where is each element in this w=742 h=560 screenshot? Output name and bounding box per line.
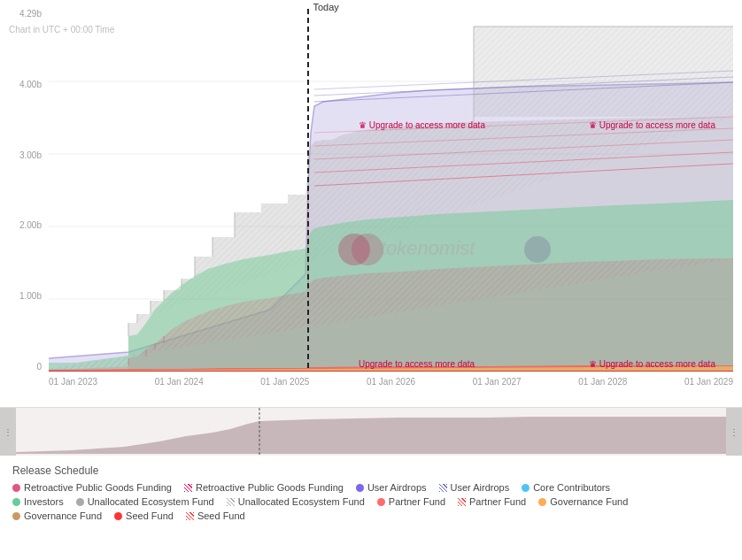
left-handle-icon: ⋮ [4,427,12,437]
legend-item-core-contributors: Core Contributors [522,482,610,493]
navigator-left-handle[interactable]: ⋮ [0,408,16,456]
ecosystem-hatched-label: Unallocated Ecosystem Fund [238,496,365,507]
legend-item-governance-fund-2: Governance Fund [12,510,102,521]
ecosystem-step-hatch [474,27,733,117]
upgrade-icon-left: ♛ Upgrade to access more data [359,120,485,130]
partner-fund-hatched-label: Partner Fund [469,496,526,507]
legend-row-1: Retroactive Public Goods Funding Retroac… [12,482,730,493]
governance-fund-2-label: Governance Fund [24,510,102,521]
y-label-5: 0 [36,362,42,372]
user-airdrops-label: User Airdrops [367,482,427,493]
y-label-0: 4.29b [19,9,42,19]
upgrade-icon-bottom-right: ♛ Upgrade to access more data [589,359,715,369]
y-axis: 4.29b 4.00b 3.00b 2.00b 1.00b 0 [0,9,49,372]
chart-svg: ♛ Upgrade to access more data ♛ Upgrade … [49,9,733,372]
rpgf-solid-dot [12,484,20,492]
upgrade-icon-right: ♛ Upgrade to access more data [589,120,715,130]
rpgf-hatched-dot [184,484,192,492]
legend: Release Schedule Retroactive Public Good… [0,456,742,530]
seed-fund-hatch-dot [186,512,194,520]
x-label-2: 01 Jan 2025 [260,377,309,387]
investors-dot [12,498,20,506]
seed-fund-hatched-label: Seed Fund [197,510,245,521]
y-label-4: 1.00b [19,291,42,301]
core-contributors-dot [522,484,529,492]
seed-fund-dot [114,512,122,520]
user-airdrops-hatched-label: User Airdrops [451,482,510,493]
legend-row-2: Investors Unallocated Ecosystem Fund Una… [12,496,730,507]
ecosystem-dot [76,498,84,506]
legend-item-seed-fund-hatched: Seed Fund [186,510,245,521]
rpgf-hatched-label: Retroactive Public Goods Funding [196,482,344,493]
watermark-text: tokenomist [381,237,475,259]
core-contributors-label: Core Contributors [533,482,610,493]
partner-fund-label: Partner Fund [389,496,445,507]
governance-fund-2-dot [12,512,20,520]
x-label-0: 01 Jan 2023 [49,377,97,387]
x-label-6: 01 Jan 2029 [684,377,733,387]
legend-item-investors: Investors [12,496,64,507]
legend-row-3: Governance Fund Seed Fund Seed Fund [12,510,730,521]
y-label-3: 2.00b [19,220,42,230]
x-label-5: 01 Jan 2028 [578,377,627,387]
chart-container: Today Chart in UTC + 00:00 Time 4.29b 4.… [0,0,742,407]
legend-item-ecosystem-solid: Unallocated Ecosystem Fund [76,496,214,507]
legend-item-partner-fund: Partner Fund [377,496,445,507]
investors-label: Investors [24,496,64,507]
watermark-dot-mid [524,236,551,263]
legend-item-rpgf-solid: Retroactive Public Goods Funding [12,482,172,493]
governance-fund-label: Governance Fund [550,496,628,507]
x-label-4: 01 Jan 2027 [473,377,522,387]
partner-fund-hatch-dot [458,498,466,506]
y-label-1: 4.00b [19,80,42,89]
legend-title: Release Schedule [12,464,730,477]
legend-item-rpgf-hatched: Retroactive Public Goods Funding [184,482,344,493]
seed-fund-label: Seed Fund [126,510,174,521]
legend-item-governance-fund: Governance Fund [538,496,628,507]
legend-item-user-airdrops-solid: User Airdrops [356,482,427,493]
user-airdrops-dot [356,484,364,492]
navigator-right-handle[interactable]: ⋮ [726,408,742,456]
legend-item-ecosystem-hatched: Unallocated Ecosystem Fund [227,496,365,507]
user-airdrops-hatch-dot [439,484,447,492]
ecosystem-label: Unallocated Ecosystem Fund [88,496,214,507]
legend-item-partner-fund-hatched: Partner Fund [458,496,526,507]
x-label-3: 01 Jan 2026 [367,377,415,387]
partner-fund-dot [377,498,385,506]
y-label-2: 3.00b [19,150,42,160]
chart-navigator[interactable]: ⋮ ⋮ [0,407,742,456]
legend-item-user-airdrops-hatched: User Airdrops [439,482,510,493]
rpgf-solid-label: Retroactive Public Goods Funding [24,482,172,493]
today-label: Today [313,2,338,12]
ecosystem-hatch-dot [227,498,235,506]
nav-selected [16,408,726,456]
governance-fund-dot [538,498,546,506]
right-handle-icon: ⋮ [730,427,738,437]
watermark-dot-2 [352,234,383,265]
legend-item-seed-fund: Seed Fund [114,510,174,521]
navigator-svg [0,408,742,456]
x-axis: 01 Jan 2023 01 Jan 2024 01 Jan 2025 01 J… [49,372,733,407]
x-label-1: 01 Jan 2024 [155,377,204,387]
upgrade-icon-bottom-left: Upgrade to access more data [359,359,475,369]
